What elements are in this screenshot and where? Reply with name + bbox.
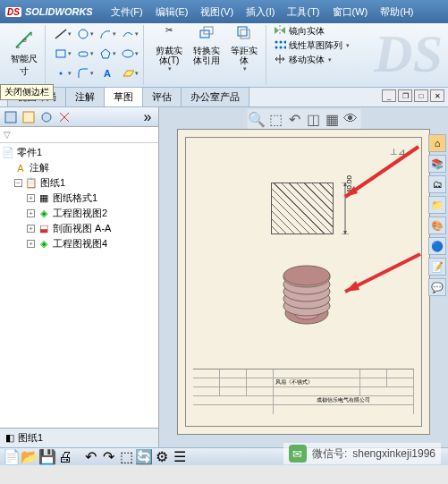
arc-tool[interactable]: ▾ bbox=[97, 25, 117, 43]
custom-props-icon[interactable]: 📝 bbox=[428, 258, 446, 276]
point-tool[interactable]: ▾ bbox=[53, 64, 72, 82]
offset-label: 等距实 体 bbox=[231, 46, 258, 65]
circle-tool[interactable]: ▾ bbox=[75, 25, 95, 43]
format-icon: ▦ bbox=[38, 192, 50, 205]
move-row[interactable]: 移动实体▾ bbox=[274, 54, 350, 66]
select-icon[interactable]: ⬚ bbox=[118, 450, 134, 464]
polygon-tool[interactable]: ▾ bbox=[97, 45, 117, 63]
redo-icon[interactable]: ↷ bbox=[100, 450, 116, 464]
forum-icon[interactable]: 💬 bbox=[428, 278, 446, 296]
open-icon[interactable]: 📂 bbox=[21, 450, 38, 464]
app-name: SOLIDWORKS bbox=[25, 6, 93, 17]
tree-sheet1[interactable]: − 📋 图纸1 bbox=[2, 175, 156, 191]
property-tab-icon[interactable] bbox=[21, 110, 36, 124]
zoom-area-icon[interactable]: ⬚ bbox=[267, 111, 283, 127]
section-view-icon[interactable]: ◫ bbox=[305, 111, 321, 127]
sheet-tab-bar: ◧ 图纸1 bbox=[0, 428, 158, 447]
main-menu: 文件(F) 编辑(E) 视图(V) 插入(I) 工具(T) 窗口(W) 帮助(H… bbox=[106, 4, 419, 21]
svg-point-12 bbox=[280, 41, 283, 44]
file-explorer-icon[interactable]: 📁 bbox=[428, 196, 446, 214]
filter-bar[interactable]: ▽ bbox=[0, 127, 158, 143]
tab-sketch[interactable]: 草图 bbox=[104, 87, 143, 106]
menu-edit[interactable]: 编辑(E) bbox=[150, 4, 194, 21]
feature-tree-tab-icon[interactable] bbox=[4, 110, 18, 124]
rectangle-tool[interactable]: ▾ bbox=[53, 45, 72, 63]
expand-icon[interactable]: + bbox=[27, 240, 35, 248]
doc-restore[interactable]: ❐ bbox=[398, 89, 412, 102]
resources-icon[interactable]: 📚 bbox=[428, 155, 446, 173]
config-tab-icon[interactable] bbox=[39, 110, 54, 124]
part-icon: 📄 bbox=[2, 147, 14, 159]
expand-icon[interactable]: » bbox=[140, 110, 155, 124]
plane-tool[interactable]: ▾ bbox=[120, 64, 139, 82]
new-doc-icon[interactable]: 📄 bbox=[4, 450, 20, 464]
save-icon[interactable]: 💾 bbox=[39, 450, 55, 464]
doc-max[interactable]: □ bbox=[414, 89, 428, 102]
tree-section-label: 剖面视图 A-A bbox=[53, 222, 111, 235]
hide-show-icon[interactable]: 👁 bbox=[342, 111, 359, 127]
doc-close[interactable]: ✕ bbox=[430, 89, 444, 102]
layer-icon[interactable]: ☰ bbox=[172, 450, 188, 464]
spline-tool[interactable]: ▾ bbox=[120, 25, 139, 43]
home-icon[interactable]: ⌂ bbox=[428, 134, 446, 152]
tree-sheet-format[interactable]: + ▦ 图纸格式1 bbox=[2, 191, 156, 206]
tree-view2[interactable]: + ◈ 工程图视图2 bbox=[2, 206, 156, 221]
sheet-tab-label[interactable]: 图纸1 bbox=[18, 431, 43, 445]
pattern-label: 线性草图阵列 bbox=[289, 39, 342, 52]
tree-root[interactable]: 📄 零件1 bbox=[2, 145, 156, 160]
tree-view4[interactable]: + ◈ 工程图视图4 bbox=[2, 236, 156, 251]
feature-manager: » ▽ 📄 零件1 A 注解 − 📋 图纸1 + ▦ 图纸格式1 bbox=[0, 107, 159, 447]
drawing-canvas[interactable]: 🔍 ⬚ ↶ ◫ ▦ 👁 ⊥⊿ 40.00 bbox=[159, 107, 448, 447]
print-icon[interactable]: 🖨 bbox=[57, 450, 73, 464]
appearances-icon[interactable]: 🔵 bbox=[428, 237, 446, 255]
expand-icon[interactable]: + bbox=[27, 194, 35, 202]
tree-annot[interactable]: A 注解 bbox=[2, 160, 156, 175]
menu-view[interactable]: 视图(V) bbox=[195, 4, 239, 21]
text-tool[interactable]: A bbox=[97, 64, 117, 82]
dimx-tab-icon[interactable] bbox=[57, 110, 72, 124]
sheet-tab-icon: ◧ bbox=[5, 432, 14, 444]
offset-button[interactable]: 等距实 体 ▾ bbox=[226, 25, 262, 72]
prev-view-icon[interactable]: ↶ bbox=[286, 111, 302, 127]
menu-window[interactable]: 窗口(W) bbox=[327, 4, 374, 21]
expand-icon[interactable]: + bbox=[27, 209, 35, 217]
trim-button[interactable]: ✂ 剪裁实 体(T) ▾ bbox=[151, 25, 187, 72]
wechat-watermark: ✉ 微信号: shengxinkeji1996 bbox=[283, 443, 441, 464]
svg-point-1 bbox=[79, 30, 88, 38]
dimension-value[interactable]: 40.00 bbox=[345, 175, 353, 193]
line-tool[interactable]: ▾ bbox=[53, 25, 72, 43]
section-view-rect[interactable] bbox=[271, 183, 334, 234]
pattern-row[interactable]: 线性草图阵列▾ bbox=[274, 39, 350, 52]
menu-tools[interactable]: 工具(T) bbox=[282, 4, 325, 21]
projection-symbol: ⊥⊿ bbox=[390, 147, 405, 157]
tree-root-label: 零件1 bbox=[17, 146, 42, 159]
menu-file[interactable]: 文件(F) bbox=[106, 4, 148, 21]
move-icon bbox=[274, 54, 286, 66]
rebuild-icon[interactable]: 🔄 bbox=[136, 450, 152, 464]
display-style-icon[interactable]: ▦ bbox=[324, 111, 340, 127]
smart-dimension-button[interactable]: ⌀ 智能尺 寸 bbox=[7, 25, 41, 82]
zoom-fit-icon[interactable]: 🔍 bbox=[249, 111, 265, 127]
tree-section-aa[interactable]: + ⬓ 剖面视图 A-A bbox=[2, 221, 156, 236]
undo-icon[interactable]: ↶ bbox=[82, 450, 98, 464]
mirror-row[interactable]: 镜向实体 bbox=[274, 25, 350, 38]
slot-tool[interactable]: ▾ bbox=[75, 45, 95, 63]
options-icon[interactable]: ⚙ bbox=[154, 450, 170, 464]
view-palette-icon[interactable]: 🎨 bbox=[428, 217, 446, 234]
collapse-icon[interactable]: − bbox=[14, 179, 22, 187]
fillet-tool[interactable]: ▾ bbox=[75, 64, 95, 82]
menu-insert[interactable]: 插入(I) bbox=[241, 4, 280, 21]
ribbon-group-dimension: ⌀ 智能尺 寸 bbox=[4, 25, 46, 85]
ds-watermark: DS bbox=[374, 23, 443, 85]
doc-min[interactable]: _ bbox=[382, 89, 396, 102]
tab-office[interactable]: 办公室产品 bbox=[181, 87, 249, 106]
expand-icon[interactable]: + bbox=[27, 225, 35, 233]
tab-annotate[interactable]: 注解 bbox=[65, 87, 105, 106]
menu-help[interactable]: 帮助(H) bbox=[375, 4, 418, 21]
ellipse-tool[interactable]: ▾ bbox=[120, 45, 139, 63]
coil-part-view[interactable] bbox=[275, 263, 338, 326]
convert-button[interactable]: 转换实 体引用 bbox=[189, 25, 224, 65]
wechat-id: shengxinkeji1996 bbox=[352, 447, 435, 460]
tab-evaluate[interactable]: 评估 bbox=[142, 87, 182, 106]
design-lib-icon[interactable]: 🗂 bbox=[428, 175, 446, 193]
